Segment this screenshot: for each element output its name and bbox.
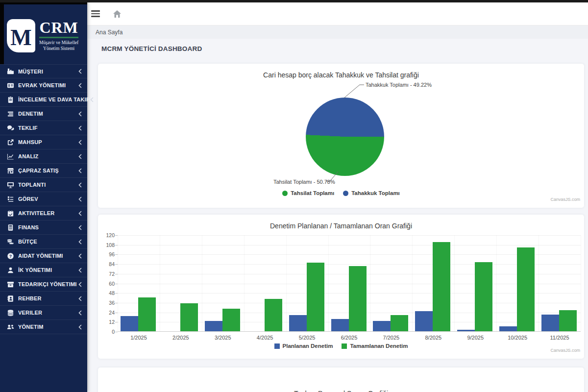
y-tick-label: 120 xyxy=(99,232,115,238)
pie-legend-item[interactable]: Tahakkuk Toplamı xyxy=(343,190,400,196)
canvasjs-watermark[interactable]: CanvasJS.com xyxy=(550,348,580,353)
canvasjs-watermark[interactable]: CanvasJS.com xyxy=(550,197,580,202)
gridline xyxy=(118,254,581,255)
brand-subtitle-line1: Müşavir ve Mükellef xyxy=(39,40,78,46)
user-icon xyxy=(6,266,14,274)
chevron-left-icon xyxy=(78,324,82,330)
gridline xyxy=(202,235,202,331)
y-tick-label: 24 xyxy=(99,310,115,316)
logo-monogram: M xyxy=(10,26,31,49)
bar-tamamlanan-7/2025 xyxy=(391,315,408,331)
bar-legend-item[interactable]: Tamamlanan Denetim xyxy=(342,343,408,349)
bar-planlanan-10/2025 xyxy=(499,326,517,331)
y-tick-label: 60 xyxy=(99,281,115,287)
sidebar-item-clipboard[interactable]: İNCELEME VE DAVA TAKIP xyxy=(0,93,87,107)
sidebar-item-label: TEKLIF xyxy=(18,125,38,131)
bar-planlanan-3/2025 xyxy=(205,321,222,331)
bar-tamamlanan-2/2025 xyxy=(180,303,198,331)
sidebar-item-user[interactable]: İK YÖNETIMI xyxy=(0,263,87,277)
pie-callout-tahakkuk: Tahakkuk Toplamı - 49.22% xyxy=(366,82,432,88)
chevron-left-icon xyxy=(78,140,82,145)
sidebar-item-comments[interactable]: TEKLIF xyxy=(0,121,87,135)
bar-planlanan-11/2025 xyxy=(541,315,559,331)
sidebar-item-store[interactable]: ÇAPRAZ SATIŞ xyxy=(0,164,87,178)
menu-icon[interactable] xyxy=(91,7,104,20)
y-tick-label: 108 xyxy=(99,242,115,248)
sidebar-item-label: MAHSUP xyxy=(18,139,42,145)
brand-underline xyxy=(39,37,78,38)
bar-legend: Planlanan DenetimTamamlanan Denetim xyxy=(98,343,584,349)
x-tick-label: 8/2025 xyxy=(412,335,454,341)
sidebar-item-label: FINANS xyxy=(18,224,39,230)
sidebar-item-label: EVRAK YÖNETIMI xyxy=(18,82,66,88)
chevron-left-icon xyxy=(78,253,82,259)
logo-block[interactable]: M CRM Müşavir ve Mükellef Yönetim Sistem… xyxy=(0,0,87,64)
sidebar-item-tasks[interactable]: GÖREV xyxy=(0,192,87,206)
comments-icon xyxy=(6,124,14,132)
legend-square-icon xyxy=(274,343,280,349)
external-link-icon xyxy=(6,138,14,146)
sidebar-item-users[interactable]: YÖNETIM xyxy=(0,320,87,334)
gridline xyxy=(286,235,287,331)
chevron-left-icon xyxy=(78,69,82,74)
sidebar-item-calendar-check[interactable]: AKTIVITELER xyxy=(0,206,87,220)
home-icon[interactable] xyxy=(113,10,122,18)
sidebar-menu: MÜŞTERIEVRAK YÖNETIMIİNCELEME VE DAVA TA… xyxy=(0,64,87,334)
sidebar-item-chalkboard[interactable]: TOPLANTI xyxy=(0,178,87,192)
y-tick-label: 12 xyxy=(99,319,115,325)
gridline xyxy=(581,235,581,331)
chevron-left-icon xyxy=(78,168,82,173)
bar-planlanan-7/2025 xyxy=(373,321,391,331)
sidebar-item-archive[interactable]: TEDARIKÇI YÖNETIMI xyxy=(0,277,87,292)
sidebar-item-label: VERILER xyxy=(18,310,42,316)
sidebar: M CRM Müşavir ve Mükellef Yönetim Sistem… xyxy=(0,0,87,392)
svg-text:?: ? xyxy=(9,253,11,258)
id-card-icon xyxy=(6,81,14,89)
personnel-chart-card: Toplam Personel Sayısı Grafiği xyxy=(98,368,584,392)
bar-tamamlanan-6/2025 xyxy=(349,266,367,331)
bar-legend-item[interactable]: Planlanan Denetim xyxy=(274,343,333,349)
bar-tamamlanan-3/2025 xyxy=(222,309,240,331)
window-top-strip xyxy=(0,0,588,2)
legend-label: Tahakkuk Toplamı xyxy=(351,190,400,196)
stream-icon xyxy=(6,110,14,118)
bar-planlanan-9/2025 xyxy=(457,330,475,331)
address-book-icon xyxy=(6,294,14,302)
chevron-left-icon xyxy=(78,282,82,287)
chevron-left-icon xyxy=(78,196,82,202)
bar-chart-title: Denetim Planlanan / Tamamlanan Oran Graf… xyxy=(98,222,584,230)
sidebar-item-coins[interactable]: BÜTÇE xyxy=(0,235,87,249)
sidebar-item-external-link[interactable]: MAHSUP xyxy=(0,135,87,149)
sidebar-item-address-book[interactable]: REHBER xyxy=(0,292,87,306)
breadcrumb-bar: Ana Sayfa xyxy=(87,25,588,39)
sidebar-item-question-circle[interactable]: ?AIDAT YÖNETIMI xyxy=(0,249,87,263)
sidebar-item-calculator[interactable]: FINANS xyxy=(0,220,87,235)
sidebar-item-database[interactable]: VERILER xyxy=(0,306,87,320)
legend-square-icon xyxy=(342,343,347,349)
chevron-left-icon xyxy=(78,154,82,159)
sidebar-item-industry[interactable]: MÜŞTERI xyxy=(0,64,87,78)
sidebar-item-label: AIDAT YÖNETIMI xyxy=(18,253,63,259)
brand-subtitle-line2: Yönetim Sistemi xyxy=(39,46,78,52)
sidebar-item-label: DENETIM xyxy=(18,111,43,117)
chevron-left-icon xyxy=(78,182,82,188)
pie-legend-item[interactable]: Tahsilat Toplamı xyxy=(282,190,334,196)
chevron-left-icon xyxy=(78,83,82,88)
sidebar-item-stream[interactable]: DENETIM xyxy=(0,107,87,121)
sidebar-item-label: MÜŞTERI xyxy=(18,69,43,74)
sidebar-item-label: BÜTÇE xyxy=(18,239,37,245)
bar-planlanan-8/2025 xyxy=(415,311,433,331)
y-tick-label: 48 xyxy=(99,290,115,296)
gridline xyxy=(118,235,581,236)
sidebar-item-id-card[interactable]: EVRAK YÖNETIMI xyxy=(0,78,87,93)
breadcrumb[interactable]: Ana Sayfa xyxy=(96,29,122,36)
sidebar-item-chart-line[interactable]: ANALIZ xyxy=(0,149,87,164)
chalkboard-icon xyxy=(6,181,14,189)
store-icon xyxy=(6,167,14,174)
chevron-left-icon xyxy=(78,125,82,131)
database-icon xyxy=(6,309,14,317)
sidebar-item-label: İNCELEME VE DAVA TAKIP xyxy=(18,97,90,102)
x-tick-label: 2/2025 xyxy=(160,335,202,341)
mcrm-logo-icon: M xyxy=(7,19,35,52)
sidebar-item-label: TEDARIKÇI YÖNETIMI xyxy=(18,281,77,287)
